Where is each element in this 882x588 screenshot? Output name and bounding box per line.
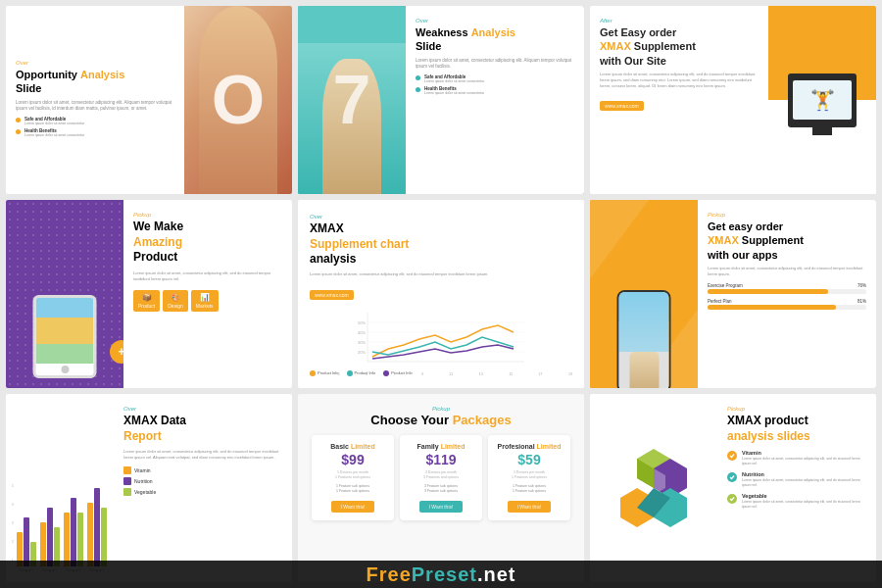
slide-9-feature-3-icon bbox=[727, 494, 737, 504]
slide-8-pkg-3-accent: Limited bbox=[537, 443, 562, 450]
slide-8-pkg-1-plain: Basic bbox=[330, 443, 349, 450]
slide-9-feature-1-title: Vitamin bbox=[742, 450, 866, 456]
slide-7-bars-3 bbox=[64, 498, 83, 566]
slide-4-tag: Pickup bbox=[133, 212, 282, 218]
slide-1-content: Over Opportunity Analysis Slide Lorem ip… bbox=[6, 6, 184, 194]
slide-1-bullet-1-text: Safe and Affordable Lorem ipsum dolor si… bbox=[24, 117, 84, 125]
slide-4-btn-markets[interactable]: 📊 Markets bbox=[191, 290, 219, 312]
slide-chart: Over XMAX Supplement chart analysis Lore… bbox=[298, 200, 584, 388]
slide-7-bars: Category 1 Category 2 bbox=[17, 484, 107, 572]
slide-4-body: Lorem ipsum dolor sit amet, consectetur … bbox=[133, 270, 282, 282]
slide-7-yaxis: 5 4 3 2 1 bbox=[12, 484, 14, 572]
slide-3-content: After Get Easy order XMAX Supplement wit… bbox=[590, 6, 768, 194]
slide-7-bar-4b bbox=[94, 488, 100, 566]
slide-8-pkg-3-price: $59 bbox=[517, 452, 540, 467]
slide-4-tablet bbox=[33, 295, 97, 378]
slide-5-body: Lorem ipsum dolor sit amet, consectetur … bbox=[310, 271, 572, 277]
slide-2-bullet-1: Safe and Affordable Lorem ipsum dolor si… bbox=[416, 74, 574, 83]
slide-8-pkg-1-desc: 1 Devices per month1 Features and option… bbox=[335, 470, 370, 480]
slide-8-pkg-3-features: 1 Feature sub options1 Feature sub optio… bbox=[513, 484, 546, 495]
slide-6-progress-value-1: 76% bbox=[858, 283, 866, 288]
slide-1-tag: Over bbox=[16, 60, 174, 66]
slide-9-title-plain: XMAX product bbox=[727, 414, 808, 427]
slide-2-body: Lorem ipsum dolor sit amet, consectetur … bbox=[416, 58, 574, 71]
slide-7-legend-label-3: Vegetable bbox=[134, 489, 156, 495]
slide-7-title: XMAX Data Report bbox=[123, 414, 282, 444]
slide-3-title-line1: Get Easy order bbox=[600, 26, 676, 38]
slide-4-btn-design[interactable]: 🎨 Design bbox=[163, 290, 188, 312]
slide-7-bars-4 bbox=[87, 488, 107, 566]
slide-8-pkg-1-btn[interactable]: I Want this! bbox=[331, 501, 375, 513]
svg-marker-10 bbox=[590, 200, 649, 279]
slide-3-title-line2: Supplement bbox=[634, 40, 696, 52]
slide-8-title-accent: Packages bbox=[453, 413, 512, 427]
slide-7-y4: 4 bbox=[12, 503, 14, 507]
slide-1-title-line2: Slide bbox=[16, 82, 41, 94]
slide-8-pkg-2-price: $119 bbox=[425, 452, 456, 467]
slide-5-title-accent: Supplement chart bbox=[310, 237, 409, 251]
slide-1-body: Lorem ipsum dolor sit amet, consectetur … bbox=[16, 100, 174, 113]
slide-opportunity: Over Opportunity Analysis Slide Lorem ip… bbox=[6, 6, 292, 194]
slide-4-tablet-btn bbox=[61, 366, 69, 373]
slide-4-btn-markets-label: Markets bbox=[196, 303, 214, 309]
slide-4-image: + bbox=[6, 200, 123, 388]
slide-7-bar-2b bbox=[47, 508, 53, 566]
slide-7-legend: Vitamin Nutrition Vegetable bbox=[123, 466, 282, 496]
slide-7-y3: 3 bbox=[12, 521, 14, 525]
slide-8-pkg-2-name: Family Limited bbox=[416, 443, 465, 450]
slide-6-progress-value-2: 81% bbox=[858, 299, 866, 304]
slide-3-title: Get Easy order XMAX Supplement with Our … bbox=[600, 25, 759, 68]
slide-8-pkg-2-btn[interactable]: I Want this! bbox=[419, 501, 464, 513]
slide-7-legend-2: Nutrition bbox=[123, 477, 282, 485]
slide-2-bullet-2-sub: Lorem ipsum dolor sit amet consectetur bbox=[424, 91, 484, 95]
slide-6-tag: Pickup bbox=[708, 212, 866, 218]
slide-7-legend-box-3 bbox=[123, 488, 131, 496]
slide-3-monitor-stand bbox=[812, 127, 832, 135]
slide-5-title-line2: analysis bbox=[310, 252, 356, 266]
slide-4-title-line2: Product bbox=[133, 250, 177, 264]
slide-1-bullet-1: Safe and Affordable Lorem ipsum dolor si… bbox=[16, 117, 174, 125]
slide-4-btn-product-label: Product bbox=[138, 303, 155, 309]
slide-5-chart-labels: 1 3 5 7 9 11 13 15 17 19 bbox=[310, 372, 572, 376]
watermark-free: Free bbox=[367, 564, 412, 585]
slide-6-bottom bbox=[619, 352, 669, 388]
slide-apps: Pickup Get easy order XMAX Supplement wi… bbox=[590, 200, 876, 388]
slide-2-bullet-2-text: Health Benefits Lorem ipsum dolor sit am… bbox=[424, 86, 484, 95]
slide-6-title-line2: Supplement bbox=[742, 234, 804, 246]
slide-1-bullet-2: Health Benefits Lorem ipsum dolor sit am… bbox=[16, 128, 174, 137]
slide-6-body: Lorem ipsum dolor sit amet, consectetur … bbox=[708, 266, 866, 277]
slide-6-progress-label-1: Exercise Program 76% bbox=[708, 283, 866, 288]
slide-7-legend-label-1: Vitamin bbox=[134, 467, 151, 473]
slide-3-link[interactable]: www.xmax.com bbox=[600, 101, 644, 111]
slide-9-feature-3: Vegetable Lorem ipsum dolor sit amet, co… bbox=[727, 493, 866, 510]
chart-label-1: 3 bbox=[337, 372, 339, 376]
slide-9-feature-1-body: Lorem ipsum dolor sit amet, consectetur … bbox=[742, 457, 866, 466]
slide-6-phone bbox=[617, 290, 671, 388]
chart-label-3: 7 bbox=[393, 372, 395, 376]
slide-1-bullet-1-sub: Lorem ipsum dolor sit amet consectetur bbox=[24, 122, 84, 125]
slide-8-pkg-1-name: Basic Limited bbox=[330, 443, 375, 450]
slide-5-link[interactable]: www.xmax.com bbox=[310, 290, 354, 300]
slide-7-title-plain: XMAX Data bbox=[123, 414, 186, 427]
slide-2-content: Over Weakness Analysis Slide Lorem ipsum… bbox=[406, 6, 584, 194]
slide-9-feature-2: Nutrition Lorem ipsum dolor sit amet, co… bbox=[727, 471, 866, 488]
watermark-preset: Preset bbox=[412, 564, 477, 585]
chart-label-0: 1 bbox=[310, 372, 312, 376]
chart-label-9: 19 bbox=[568, 372, 572, 376]
slide-1-title-accent: Analysis bbox=[80, 69, 124, 80]
slide-2-letter: 7 bbox=[333, 61, 371, 139]
slide-8-pkg-3-btn[interactable]: I Want this! bbox=[508, 501, 552, 513]
slide-8-pkg-3-plain: Profesional bbox=[498, 443, 535, 450]
slide-7-bar-3a bbox=[64, 513, 70, 566]
slide-2-title-plain: Weakness bbox=[416, 26, 468, 38]
slide-2-bullet-2: Health Benefits Lorem ipsum dolor sit am… bbox=[416, 86, 574, 95]
slide-7-bar-3c bbox=[77, 513, 83, 566]
slide-2-title-accent: Analysis bbox=[471, 26, 515, 38]
svg-text:20%: 20% bbox=[358, 350, 366, 355]
slide-9-title-accent: analysis slides bbox=[727, 429, 810, 443]
slide-8-packages: Basic Limited $99 1 Devices per month1 F… bbox=[312, 435, 570, 520]
slide-4-btn-product[interactable]: 📦 Product bbox=[133, 290, 160, 312]
chart-label-4: 9 bbox=[421, 372, 423, 376]
slide-9-feature-3-body: Lorem ipsum dolor sit amet, consectetur … bbox=[742, 500, 866, 510]
slide-4-title: We Make Amazing Product bbox=[133, 220, 282, 266]
